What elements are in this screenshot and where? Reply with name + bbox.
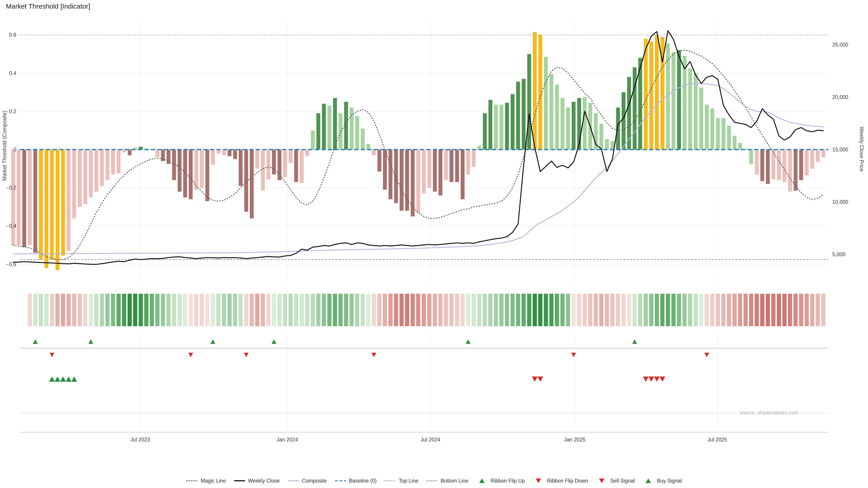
ribbon-cell [777, 294, 781, 326]
ribbon-cell [399, 294, 404, 326]
ribbon-flip-down-marker [50, 353, 54, 357]
ribbon-cell [383, 294, 387, 326]
legend-item-label: Composite [302, 478, 327, 484]
threshold-bar [466, 150, 470, 174]
legend-item: Buy Signal [643, 478, 682, 484]
threshold-bar [111, 150, 115, 174]
threshold-bar [255, 150, 259, 169]
threshold-bar [733, 136, 737, 150]
ribbon-cell [532, 294, 537, 326]
ribbon-cell [577, 294, 581, 326]
ribbon-flip-up-marker [33, 339, 38, 344]
ribbon-cell [349, 294, 354, 326]
threshold-bar [655, 35, 659, 150]
threshold-bar [117, 150, 121, 173]
threshold-bar [377, 150, 381, 171]
sell-signal-marker [643, 377, 649, 382]
ribbon-cell [616, 294, 620, 326]
threshold-bar [339, 113, 342, 150]
ribbon-cell [621, 294, 626, 326]
ribbon-cell [544, 294, 548, 326]
ribbon-cell [438, 294, 442, 326]
ribbon-cell [804, 294, 809, 326]
threshold-bar [483, 113, 487, 150]
threshold-bar [389, 150, 393, 199]
solid-line-icon [234, 478, 245, 484]
ribbon-cell [183, 294, 187, 326]
right-axis-tick: 20,000 [832, 94, 848, 100]
threshold-bar [688, 68, 692, 150]
ribbon-cell [322, 294, 326, 326]
threshold-bar [444, 150, 448, 180]
legend-item-label: Sell Signal [610, 478, 635, 484]
ribbon-cell [766, 294, 770, 326]
threshold-bar [322, 104, 326, 150]
threshold-bar [505, 103, 509, 150]
ribbon-flip-up-marker [466, 339, 471, 344]
threshold-bar [28, 150, 32, 245]
ribbon-cell [571, 294, 576, 326]
ribbon-flip-down-marker [371, 353, 376, 357]
threshold-bar [211, 150, 215, 165]
ribbon-cell [705, 294, 709, 326]
ribbon-cell [50, 294, 54, 326]
ribbon-cell [555, 294, 559, 326]
ribbon-cell [455, 294, 459, 326]
legend-item: Composite [287, 478, 327, 484]
ribbon-cell [39, 294, 43, 326]
threshold-bar [100, 150, 104, 186]
ribbon-flip-down-marker [571, 353, 576, 357]
ribbon-cell [116, 294, 121, 326]
buy-signal-marker [66, 377, 71, 382]
ribbon-cell [188, 294, 193, 326]
ribbon-cell [505, 294, 509, 326]
dotted-line-icon [384, 478, 396, 484]
threshold-bar [644, 39, 648, 150]
triangle-up-icon [476, 478, 488, 484]
threshold-bar [17, 150, 21, 245]
ribbon-cell [522, 294, 526, 326]
ribbon-cell [632, 294, 637, 326]
threshold-bar [244, 150, 248, 212]
ribbon-cell [144, 294, 149, 326]
ribbon-cell [216, 294, 221, 326]
threshold-bar [355, 116, 359, 150]
threshold-bar [544, 57, 548, 150]
x-axis-tick: Jul 2025 [708, 437, 727, 443]
ribbon-cell [222, 294, 226, 326]
ribbon-cell [605, 294, 609, 326]
threshold-bar [816, 150, 819, 162]
ribbon-cell [355, 294, 360, 326]
ribbon-cell [782, 294, 786, 326]
ribbon-cell [172, 294, 176, 326]
ribbon-flip-down-marker [244, 353, 249, 357]
ribbon-cell [583, 294, 587, 326]
ribbon-cell [361, 294, 365, 326]
threshold-bar [233, 150, 237, 159]
threshold-bar [555, 85, 559, 150]
ribbon-cell [194, 294, 198, 326]
legend-item: Top Line [384, 478, 418, 484]
threshold-bar [67, 150, 70, 251]
ribbon-cell [466, 294, 470, 326]
ribbon-cell [316, 294, 320, 326]
dashed-line-icon [334, 478, 346, 484]
left-axis-tick: 0.6 [9, 32, 16, 38]
threshold-bar [450, 150, 454, 182]
ribbon-cell [83, 294, 88, 326]
x-axis-tick: Jan 2024 [276, 437, 298, 443]
threshold-bar [206, 150, 209, 201]
source-credit: source: sharemaestro.com [738, 410, 800, 415]
ribbon-cell [666, 294, 670, 326]
legend-item-label: Ribbon Flip Down [547, 478, 588, 484]
threshold-bar [366, 144, 370, 150]
threshold-bar [94, 150, 98, 192]
threshold-bar [383, 150, 387, 190]
ribbon-cell [688, 294, 692, 326]
ribbon-cell [260, 294, 265, 326]
ribbon-cell [244, 294, 248, 326]
ribbon-cell [377, 294, 381, 326]
right-axis-tick: 10,000 [832, 199, 848, 205]
ribbon-cell [716, 294, 720, 326]
ribbon-cell [483, 294, 487, 326]
